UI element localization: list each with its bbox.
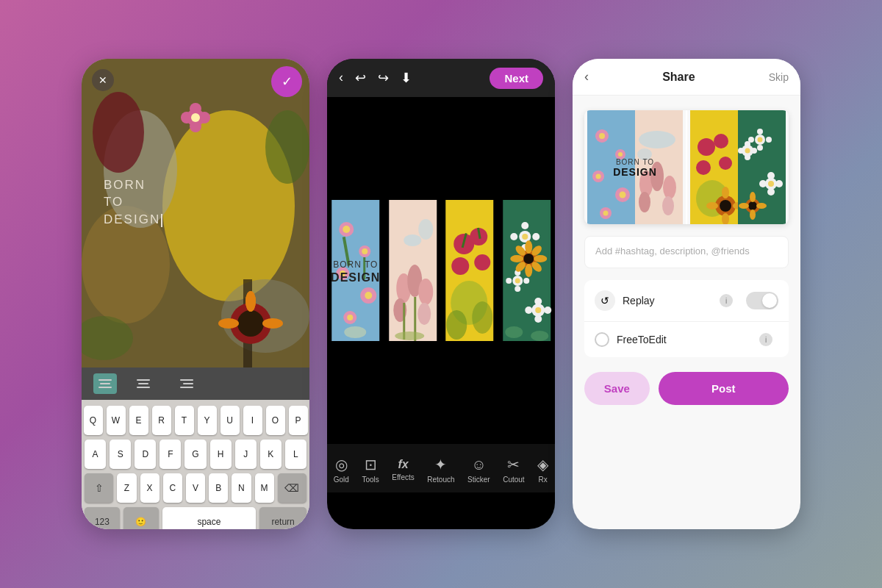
download-icon[interactable]: ⬇ [401,70,412,86]
svg-point-97 [603,211,609,216]
undo-icon[interactable]: ↩ [355,70,366,86]
key-return[interactable]: return [259,507,306,529]
replay-info-icon[interactable]: i [720,294,733,307]
rx-icon: ◈ [537,456,548,473]
key-s[interactable]: S [110,440,131,469]
svg-point-71 [544,306,551,314]
tool-gold[interactable]: ◎ Gold [334,456,349,484]
svg-point-107 [698,138,715,156]
design-panel-2 [384,200,442,341]
key-l[interactable]: L [285,440,306,469]
key-backspace[interactable]: ⌫ [278,473,306,503]
key-a[interactable]: A [85,440,106,469]
gold-icon: ◎ [335,456,348,473]
key-o[interactable]: O [266,406,285,435]
freetoedit-radio[interactable] [595,332,609,347]
share-title: Share [662,71,695,84]
key-g[interactable]: G [184,440,206,469]
key-p[interactable]: P [289,406,308,435]
align-center-button[interactable] [132,373,155,394]
svg-point-68 [514,279,520,284]
svg-point-95 [620,192,626,198]
key-i[interactable]: I [243,406,262,435]
svg-point-138 [738,148,744,154]
key-q[interactable]: Q [84,406,103,435]
key-t[interactable]: T [175,406,194,435]
share-preview-left: BORN TO DESIGN [584,110,686,224]
confirm-button[interactable]: ✓ [271,66,302,97]
text-overlay[interactable]: BORNTODESIGN [104,176,162,229]
share-header: ‹ Share Skip [573,59,800,96]
key-c[interactable]: C [163,473,182,503]
key-k[interactable]: K [260,440,282,469]
bottom-tools: ◎ Gold ⊡ Tools fx Effects ✦ Retouch ☺ St… [327,444,555,492]
svg-point-142 [745,148,750,154]
svg-point-49 [451,257,469,275]
key-u[interactable]: U [220,406,240,435]
svg-point-54 [446,310,467,340]
tool-tools[interactable]: ⊡ Tools [362,456,379,484]
key-v[interactable]: V [186,473,205,503]
svg-point-113 [720,200,731,212]
key-x[interactable]: X [140,473,159,503]
share-preview-right [686,110,789,224]
svg-point-134 [750,209,756,220]
post-button[interactable]: Post [659,372,789,405]
key-j[interactable]: J [235,440,257,469]
key-b[interactable]: B [209,473,228,503]
key-shift[interactable]: ⇧ [85,473,113,503]
back-button[interactable]: ‹ [584,69,589,85]
editor-toolbar: ‹ ↩ ↪ ⬇ Next [327,59,555,97]
svg-point-124 [758,137,763,143]
svg-point-65 [523,278,529,284]
tool-retouch[interactable]: ✦ Retouch [427,456,454,484]
key-h[interactable]: H [210,440,232,469]
svg-point-40 [417,303,431,325]
key-n[interactable]: N [232,473,251,503]
svg-point-101 [663,176,676,199]
key-f[interactable]: F [159,440,181,469]
key-e[interactable]: E [129,406,148,435]
key-emoji[interactable]: 🙂 [123,507,159,529]
svg-point-45 [418,219,433,240]
skip-button[interactable]: Skip [769,71,789,83]
tool-sticker[interactable]: ☺ Sticker [467,456,490,484]
keyboard-row-3: ⇧ Z X C V B N M ⌫ [85,473,306,503]
svg-point-73 [534,315,542,323]
svg-point-93 [596,174,601,179]
replay-icon: ↺ [595,290,615,311]
svg-point-123 [757,145,763,151]
back-icon[interactable]: ‹ [339,70,343,86]
svg-point-5 [93,92,144,173]
key-d[interactable]: D [135,440,156,469]
keyboard: Q W E R T Y U I O P A S D F G H J K L ⇧ … [82,400,309,529]
svg-point-135 [739,203,749,209]
svg-point-81 [510,255,523,262]
redo-icon[interactable]: ↪ [378,70,389,86]
key-123[interactable]: 123 [85,507,120,529]
tool-cutout[interactable]: ✂ Cutout [503,456,524,484]
svg-point-139 [751,148,757,154]
key-r[interactable]: R [152,406,171,435]
align-left-button[interactable] [93,373,117,394]
align-right-button[interactable] [170,373,193,394]
close-button[interactable]: ✕ [92,69,114,91]
key-w[interactable]: W [107,406,126,435]
svg-point-29 [365,292,372,299]
replay-toggle[interactable] [746,292,778,309]
freetoedit-option-row: FreeToEdit i [584,322,789,357]
freetoedit-info-icon[interactable]: i [759,333,772,346]
next-button[interactable]: Next [490,68,543,89]
hashtag-input[interactable]: Add #hashtag, description, @friends [584,236,789,268]
svg-point-133 [750,192,756,202]
svg-point-116 [706,202,718,209]
phone-text-editor: ✕ ✓ BORNTODESIGN Q W [82,59,309,529]
save-button[interactable]: Save [584,372,650,405]
tool-rx[interactable]: ◈ Rx [537,456,548,484]
tool-effects[interactable]: fx Effects [392,458,414,481]
design-canvas: BORN TO DESIGN [327,200,555,341]
key-y[interactable]: Y [198,406,217,435]
key-m[interactable]: M [255,473,274,503]
key-space[interactable]: space [162,507,257,529]
key-z[interactable]: Z [117,473,136,503]
